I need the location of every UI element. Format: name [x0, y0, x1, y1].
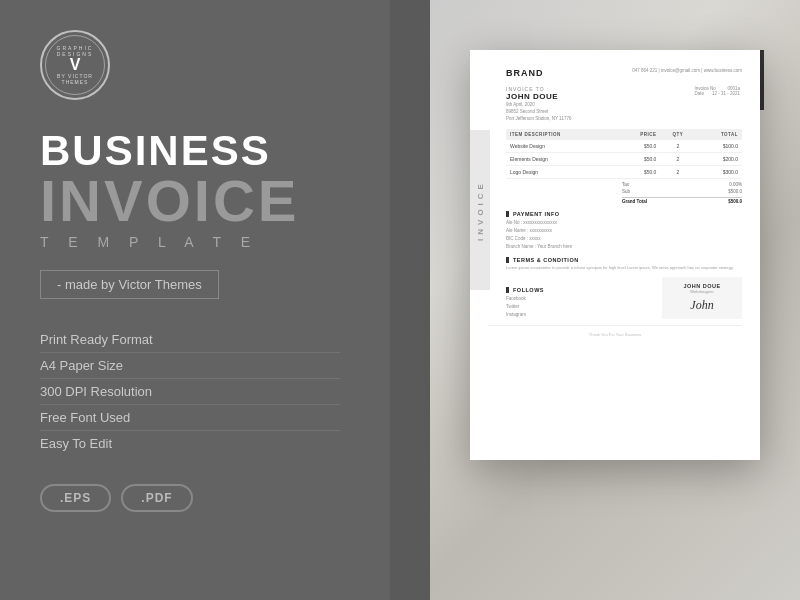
invoice-table-wrap: ITEM DESCRIPTION PRICE QTY TOTAL Website…: [488, 129, 742, 205]
invoice-brand: BRAND: [506, 68, 544, 78]
col-qty: QTY: [660, 129, 695, 140]
tax-label: Tax: [622, 182, 629, 187]
tax-value: 0.00%: [729, 182, 742, 187]
follows-title: FOLLOWS: [506, 287, 544, 293]
grand-value: $500.0: [728, 199, 742, 204]
terms-section: TERMS & CONDITION Lorem ipsum consectetu…: [488, 257, 742, 271]
left-panel: GRAPHIC DESIGNS V BY VICTOR THEMES BUSIN…: [0, 0, 380, 600]
invoice-bill-name: JOHN DOUE: [506, 92, 572, 101]
table-row: Logo Design$50.02$300.0: [506, 165, 742, 178]
format-badges: .EPS .PDF: [40, 484, 340, 512]
invoice-bill-section: INVOICE TO : JOHN DOUE 9th April, 2020 8…: [488, 86, 742, 123]
table-row: Website Design$50.02$100.0: [506, 140, 742, 153]
features-list: Print Ready Format A4 Paper Size 300 DPI…: [40, 327, 340, 456]
pdf-badge[interactable]: .PDF: [121, 484, 192, 512]
feature-item: 300 DPI Resolution: [40, 379, 340, 405]
invoice-bill-address: 9th April, 2020 89852 Second StreetPort …: [506, 101, 572, 123]
sub-row: Sub $500.0: [622, 188, 742, 195]
table-header-row: ITEM DESCRIPTION PRICE QTY TOTAL: [506, 129, 742, 140]
payment-section: PAYMENT INFO Ale No : xxxxxxxxxxxxxxxAle…: [488, 211, 742, 251]
sub-label: Sub: [622, 189, 630, 194]
eps-badge[interactable]: .EPS: [40, 484, 111, 512]
title-invoice: INVOICE: [40, 172, 340, 230]
invoice-contact: 047 864 221 | invoice@gmail.com | www.bu…: [632, 68, 742, 73]
sig-title: Webdesigner: [672, 289, 732, 294]
invoice-bottom: FOLLOWS FacebookTwitterInstagram JOHN DO…: [488, 277, 742, 319]
thank-you: Thank You For Your Business: [488, 325, 742, 337]
feature-item: A4 Paper Size: [40, 353, 340, 379]
invoice-totals: Tax 0.00% Sub $500.0 Grand Total $500.0: [506, 181, 742, 205]
title-template: T E M P L A T E: [40, 234, 340, 250]
logo-bottom-text: BY VICTOR THEMES: [46, 73, 104, 85]
logo-circle-inner: GRAPHIC DESIGNS V BY VICTOR THEMES: [45, 35, 105, 95]
invoice-table: ITEM DESCRIPTION PRICE QTY TOTAL Website…: [506, 129, 742, 179]
tax-row: Tax 0.00%: [622, 181, 742, 188]
sig-script: John: [672, 298, 732, 313]
table-row: Elements Design$50.02$200.0: [506, 152, 742, 165]
title-business: BUSINESS: [40, 130, 340, 172]
terms-title: TERMS & CONDITION: [506, 257, 742, 263]
terms-text: Lorem ipsum consectetur to provide a rob…: [506, 265, 742, 271]
invoice-document: INVOICE BRAND 047 864 221 | invoice@gmai…: [470, 50, 760, 460]
follows-items: FacebookTwitterInstagram: [506, 295, 544, 319]
col-price: PRICE: [615, 129, 660, 140]
invoice-meta: Invoice No 0001a Date 12 - 31 - 2021: [694, 86, 742, 123]
feature-item-easy-edit: Easy To Edit: [40, 431, 340, 456]
grand-total-row: Grand Total $500.0: [622, 197, 742, 205]
invoice-vertical-text: INVOICE: [476, 180, 485, 241]
invoice-vertical-panel: INVOICE: [470, 130, 490, 290]
grand-label: Grand Total: [622, 199, 647, 204]
feature-item: Print Ready Format: [40, 327, 340, 353]
sub-value: $500.0: [728, 189, 742, 194]
logo-circle: GRAPHIC DESIGNS V BY VICTOR THEMES: [40, 30, 110, 100]
payment-details: Ale No : xxxxxxxxxxxxxxxAle Name : xxxxx…: [506, 219, 742, 251]
invoice-header: BRAND 047 864 221 | invoice@gmail.com | …: [488, 68, 742, 78]
payment-title: PAYMENT INFO: [506, 211, 742, 217]
follows-section: FOLLOWS FacebookTwitterInstagram: [506, 287, 544, 319]
feature-item: Free Font Used: [40, 405, 340, 431]
made-by-badge: - made by Victor Themes: [40, 270, 219, 299]
col-total: TOTAL: [695, 129, 742, 140]
signature-box: JOHN DOUE Webdesigner John: [662, 277, 742, 319]
col-description: ITEM DESCRIPTION: [506, 129, 615, 140]
logo-v-letter: V: [70, 57, 81, 73]
